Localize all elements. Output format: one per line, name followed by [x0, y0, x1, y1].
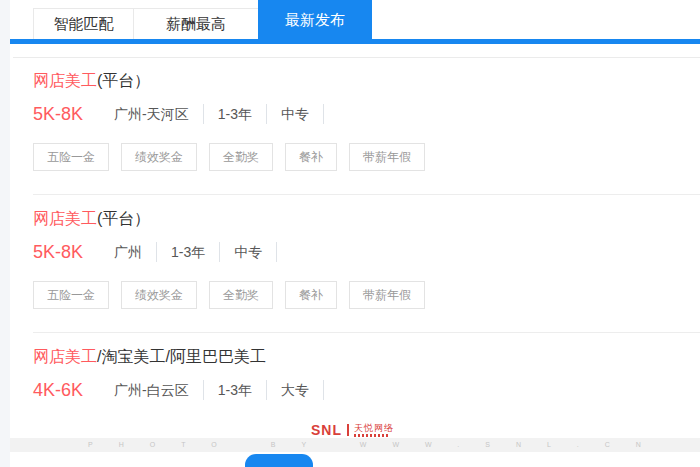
snl-watermark-logo: SNL 天悦网络 — [311, 422, 394, 438]
job-salary: 5K-8K — [33, 240, 83, 264]
benefit-tag: 绩效奖金 — [121, 143, 197, 171]
job-location: 广州-天河区 — [100, 104, 204, 124]
benefit-tag: 带薪年假 — [349, 281, 425, 309]
snl-logo-subline — [354, 434, 388, 437]
job-title[interactable]: 网店美工(平台） — [33, 73, 700, 89]
tab-1[interactable]: 智能匹配 — [33, 8, 133, 39]
job-meta-row: 4K-6K广州-白云区1-3年大专 — [33, 378, 700, 402]
bottom-blue-button[interactable] — [245, 454, 313, 467]
tab-3[interactable]: 最新发布 — [258, 0, 372, 39]
job-title-highlight: 网店美工 — [33, 348, 97, 365]
job-education: 中专 — [220, 242, 277, 262]
job-title[interactable]: 网店美工(平台） — [33, 211, 700, 227]
job-meta-row: 5K-8K广州1-3年中专 — [33, 240, 700, 264]
snl-logo-text: SNL — [311, 422, 342, 438]
job-salary: 4K-6K — [33, 378, 83, 402]
job-education: 大专 — [267, 380, 324, 400]
job-card[interactable]: 网店美工(平台）5K-8K广州-天河区1-3年中专五险一金绩效奖金全勤奖餐补带薪… — [33, 57, 700, 195]
job-title-highlight: 网店美工 — [33, 72, 97, 89]
benefit-tag: 餐补 — [285, 281, 337, 309]
job-location: 广州-白云区 — [100, 380, 204, 400]
benefit-tag: 五险一金 — [33, 143, 109, 171]
tab-2[interactable]: 薪酬最高 — [133, 8, 258, 39]
benefit-tag: 五险一金 — [33, 281, 109, 309]
job-card[interactable]: 网店美工(平台）5K-8K广州1-3年中专五险一金绩效奖金全勤奖餐补带薪年假 — [33, 195, 700, 333]
job-list-panel: 智能匹配薪酬最高最新发布 网店美工(平台）5K-8K广州-天河区1-3年中专五险… — [0, 0, 700, 467]
job-title-rest: (平台） — [97, 72, 150, 89]
snl-logo-divider — [347, 424, 349, 436]
active-tab-underline — [10, 39, 700, 44]
job-experience: 1-3年 — [204, 104, 267, 124]
job-card[interactable]: 网店美工/淘宝美工/阿里巴巴美工4K-6K广州-白云区1-3年大专 — [33, 333, 700, 425]
photo-credit-text: PHOTO BY WWW.SNL.CN — [10, 438, 700, 452]
benefit-tag: 餐补 — [285, 143, 337, 171]
job-location: 广州 — [100, 242, 157, 262]
job-title[interactable]: 网店美工/淘宝美工/阿里巴巴美工 — [33, 349, 700, 365]
benefit-tag: 全勤奖 — [209, 143, 273, 171]
benefit-tag: 绩效奖金 — [121, 281, 197, 309]
photo-credit-bar: PHOTO BY WWW.SNL.CN — [10, 438, 700, 452]
job-title-rest: /淘宝美工/阿里巴巴美工 — [97, 348, 266, 365]
job-list-content: 网店美工(平台）5K-8K广州-天河区1-3年中专五险一金绩效奖金全勤奖餐补带薪… — [10, 44, 700, 467]
benefit-tag: 带薪年假 — [349, 143, 425, 171]
job-title-highlight: 网店美工 — [33, 210, 97, 227]
job-education: 中专 — [267, 104, 324, 124]
job-title-rest: (平台） — [97, 210, 150, 227]
job-experience: 1-3年 — [204, 380, 267, 400]
job-salary: 5K-8K — [33, 102, 83, 126]
benefit-tag: 全勤奖 — [209, 281, 273, 309]
job-benefit-tags: 五险一金绩效奖金全勤奖餐补带薪年假 — [33, 281, 700, 309]
job-benefit-tags: 五险一金绩效奖金全勤奖餐补带薪年假 — [33, 143, 700, 171]
job-experience: 1-3年 — [157, 242, 220, 262]
page-background-strip — [0, 0, 10, 467]
bottom-strip — [10, 452, 700, 467]
job-meta-row: 5K-8K广州-天河区1-3年中专 — [33, 102, 700, 126]
snl-logo-cn-text: 天悦网络 — [354, 423, 394, 433]
tab-bar: 智能匹配薪酬最高最新发布 — [10, 0, 700, 44]
